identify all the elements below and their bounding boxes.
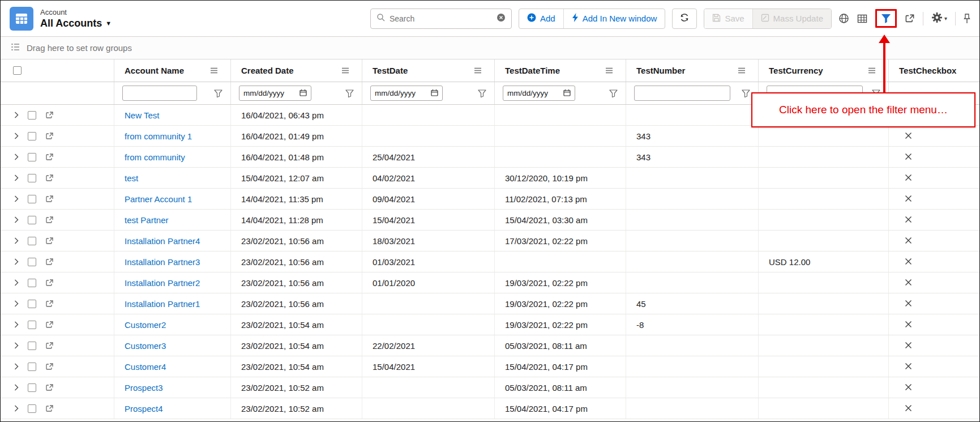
expand-chevron-icon[interactable] (14, 112, 19, 118)
open-record-icon[interactable] (45, 300, 54, 308)
account-name-link[interactable]: from community 1 (125, 131, 192, 141)
funnel-icon[interactable] (742, 89, 750, 97)
expand-chevron-icon[interactable] (14, 133, 19, 139)
calendar-icon[interactable] (299, 89, 307, 98)
created-date-filter-input[interactable]: mm/dd/yyyy (239, 86, 311, 101)
column-menu-icon[interactable] (605, 67, 613, 74)
testdate-filter-input[interactable]: mm/dd/yyyy (370, 86, 443, 101)
funnel-icon[interactable] (478, 89, 486, 97)
row-checkbox[interactable] (28, 321, 36, 329)
funnel-icon[interactable] (345, 89, 354, 97)
row-checkbox[interactable] (28, 258, 36, 266)
calendar-icon[interactable] (563, 89, 571, 98)
row-checkbox[interactable] (28, 342, 36, 350)
pin-icon[interactable] (964, 14, 970, 24)
funnel-icon[interactable] (214, 89, 222, 97)
column-header-testnumber[interactable]: TestNumber (626, 59, 759, 82)
row-checkbox[interactable] (28, 404, 36, 413)
testdatetime-filter-input[interactable]: mm/dd/yyyy (503, 86, 575, 101)
open-record-icon[interactable] (45, 383, 54, 392)
save-button[interactable]: Save (704, 9, 752, 28)
expand-chevron-icon[interactable] (14, 154, 19, 160)
open-record-icon[interactable] (45, 174, 54, 182)
open-record-icon[interactable] (45, 363, 54, 371)
row-checkbox[interactable] (28, 132, 36, 140)
account-name-link[interactable]: Installation Partner4 (125, 236, 200, 246)
row-checkbox[interactable] (28, 111, 36, 120)
refresh-button[interactable] (672, 8, 697, 29)
row-checkbox[interactable] (28, 363, 36, 371)
row-checkbox[interactable] (28, 237, 36, 245)
row-checkbox[interactable] (28, 195, 36, 203)
account-name-filter-input[interactable] (122, 86, 197, 101)
open-record-icon[interactable] (45, 153, 54, 161)
add-button[interactable]: Add (519, 9, 563, 28)
account-name-link[interactable]: Installation Partner1 (125, 299, 200, 309)
calendar-icon[interactable] (431, 89, 438, 98)
column-header-testcheckbox[interactable]: TestCheckbox (889, 59, 980, 82)
expand-chevron-icon[interactable] (14, 216, 19, 223)
account-name-link[interactable]: Customer2 (125, 320, 166, 330)
view-selector[interactable]: All Accounts ▼ (40, 18, 112, 29)
account-name-link[interactable]: Prospect3 (125, 383, 163, 393)
expand-chevron-icon[interactable] (14, 300, 19, 307)
expand-chevron-icon[interactable] (14, 279, 19, 286)
account-name-link[interactable]: Installation Partner2 (125, 278, 200, 288)
expand-chevron-icon[interactable] (14, 363, 19, 370)
search-box[interactable] (370, 8, 512, 29)
column-menu-icon[interactable] (341, 67, 349, 74)
account-name-link[interactable]: Installation Partner3 (125, 257, 200, 267)
account-name-link[interactable]: test (125, 173, 138, 183)
account-name-link[interactable]: New Test (125, 110, 159, 120)
clear-search-icon[interactable] (497, 13, 506, 24)
open-record-icon[interactable] (45, 258, 54, 266)
column-header-testcurrency[interactable]: TestCurrency (759, 59, 889, 82)
open-record-icon[interactable] (45, 404, 54, 413)
open-new-window-icon[interactable] (905, 14, 915, 24)
account-name-link[interactable]: test Partner (125, 215, 169, 225)
account-name-link[interactable]: Customer4 (125, 362, 166, 372)
funnel-icon[interactable] (609, 89, 618, 97)
account-name-link[interactable]: Partner Account 1 (125, 194, 192, 204)
select-all-checkbox[interactable] (13, 66, 22, 75)
account-name-link[interactable]: from community (125, 152, 185, 162)
open-record-icon[interactable] (45, 195, 54, 203)
column-menu-icon[interactable] (210, 67, 218, 74)
expand-chevron-icon[interactable] (14, 195, 19, 202)
expand-chevron-icon[interactable] (14, 237, 19, 244)
globe-icon[interactable] (838, 13, 849, 24)
expand-chevron-icon[interactable] (14, 321, 19, 328)
row-checkbox[interactable] (28, 174, 36, 182)
row-checkbox[interactable] (28, 383, 36, 392)
settings-gear-button[interactable]: ▾ (931, 12, 947, 25)
open-record-icon[interactable] (45, 216, 54, 224)
column-menu-icon[interactable] (868, 67, 876, 74)
open-record-icon[interactable] (45, 111, 54, 120)
table-icon[interactable] (857, 14, 867, 24)
filter-icon[interactable] (881, 14, 891, 23)
expand-chevron-icon[interactable] (14, 342, 19, 349)
mass-update-button[interactable]: Mass Update (752, 9, 831, 28)
column-header-created-date[interactable]: Created Date (231, 59, 362, 82)
row-checkbox[interactable] (28, 153, 36, 161)
row-checkbox[interactable] (28, 300, 36, 308)
open-record-icon[interactable] (45, 132, 54, 140)
row-group-drop-zone[interactable]: Drag here to set row groups (1, 37, 979, 59)
column-header-testdate[interactable]: TestDate (362, 59, 495, 82)
expand-chevron-icon[interactable] (14, 405, 19, 412)
column-menu-icon[interactable] (474, 67, 482, 74)
column-header-testdatetime[interactable]: TestDateTime (495, 59, 626, 82)
open-record-icon[interactable] (45, 237, 54, 245)
account-name-link[interactable]: Prospect4 (125, 404, 163, 414)
account-name-link[interactable]: Customer3 (125, 341, 166, 351)
expand-chevron-icon[interactable] (14, 384, 19, 391)
testnumber-filter-input[interactable] (634, 86, 730, 101)
row-checkbox[interactable] (28, 216, 36, 224)
open-record-icon[interactable] (45, 321, 54, 329)
expand-chevron-icon[interactable] (14, 174, 19, 181)
expand-chevron-icon[interactable] (14, 258, 19, 265)
column-menu-icon[interactable] (738, 67, 746, 74)
column-header-account-name[interactable]: Account Name (114, 59, 231, 82)
open-record-icon[interactable] (45, 342, 54, 350)
search-input[interactable] (390, 14, 492, 23)
